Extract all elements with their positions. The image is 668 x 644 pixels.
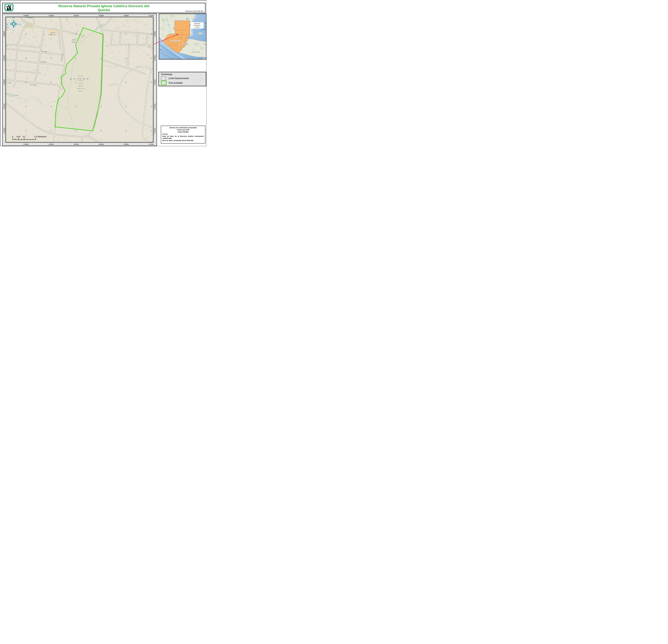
inset-depth-label: 721 bbox=[160, 49, 162, 51]
svg-text:470000: 470000 bbox=[24, 143, 29, 145]
inset-city-dot-sansalvador bbox=[189, 53, 190, 54]
inset-honduras-label: H o bbox=[203, 43, 206, 45]
inset-san-salvador-label: San Salvador bbox=[192, 51, 200, 53]
label-escuela-1: Escuela bbox=[50, 32, 56, 33]
inset-city-dot-guatemala bbox=[179, 45, 180, 46]
conap-logo: CONAP bbox=[4, 4, 14, 12]
svg-text:470200: 470200 bbox=[49, 143, 54, 145]
label-idad: idad bbox=[6, 26, 9, 28]
svg-text:470600: 470600 bbox=[98, 143, 104, 145]
legend-item-area-protegida: Área protegida bbox=[161, 81, 206, 85]
svg-text:470600: 470600 bbox=[98, 15, 104, 16]
svg-text:471000: 471000 bbox=[149, 15, 154, 16]
header: CONAP Reserva Natural Privada Iglesia Ca… bbox=[2, 3, 206, 13]
map-metadata-panel: Sistema de coordenadas proyectadas Proye… bbox=[161, 126, 206, 143]
svg-text:Quiché: Quiché bbox=[78, 90, 83, 92]
source-line-2: CONAP 2026 bbox=[163, 137, 204, 139]
crs-line: Sistema de coordenadas proyectadas bbox=[163, 127, 204, 129]
legend-item-label: Área protegida bbox=[169, 82, 183, 84]
inset-lake-izabal bbox=[187, 38, 189, 39]
inset-city-label: Guatemala bbox=[182, 43, 188, 45]
svg-text:1767600: 1767600 bbox=[154, 79, 156, 85]
map-content: Cantabal idad nde lle Escuela Urbana No.… bbox=[5, 17, 154, 142]
map-title: Reserva Natural Privada Iglesia Católica… bbox=[19, 3, 189, 13]
label-calle: Calle bbox=[7, 82, 12, 84]
svg-text:470800: 470800 bbox=[124, 143, 128, 145]
document-id: DAGeos-418-2026-BS bbox=[185, 10, 203, 12]
compass-s: S bbox=[13, 30, 14, 32]
source-heading: Fuente: bbox=[163, 133, 204, 135]
legend-panel: Simbología Límite Departamental Área pro… bbox=[158, 72, 206, 86]
svg-text:1767400: 1767400 bbox=[3, 104, 5, 110]
svg-text:0.2 Kilómetros: 0.2 Kilómetros bbox=[34, 136, 47, 138]
svg-text:470000: 470000 bbox=[24, 15, 29, 16]
source-line-3: Base de datos cartografía básica IGN 201… bbox=[163, 139, 204, 142]
svg-text:Privada: Privada bbox=[78, 80, 83, 82]
svg-text:0.05: 0.05 bbox=[17, 136, 20, 138]
departmental-boundary-swatch-icon bbox=[161, 76, 166, 80]
map-title-line2: Quiché bbox=[98, 8, 110, 12]
svg-text:Iglesia: Iglesia bbox=[78, 83, 83, 84]
svg-text:470200: 470200 bbox=[49, 15, 54, 16]
legend-item-limite-departamental: Límite Departamental bbox=[161, 77, 206, 80]
map-title-line1: Reserva Natural Privada Iglesia Católica… bbox=[58, 4, 149, 8]
svg-text:1767600: 1767600 bbox=[3, 79, 5, 85]
svg-text:Diferendo: Diferendo bbox=[194, 23, 200, 24]
svg-text:471000: 471000 bbox=[149, 143, 154, 145]
svg-text:1768000: 1768000 bbox=[3, 31, 5, 37]
compass-o: O bbox=[6, 23, 8, 26]
svg-text:territorial no: territorial no bbox=[194, 25, 201, 26]
map-sheet: { "header": { "logo_text": "CONAP", "tit… bbox=[0, 0, 207, 146]
svg-text:1767200: 1767200 bbox=[3, 128, 5, 134]
svg-text:0.1: 0.1 bbox=[23, 136, 26, 138]
inset-sea-label-hond: Hond bbox=[202, 29, 206, 30]
inset-sea-label-d: d bbox=[205, 26, 206, 28]
svg-text:470400: 470400 bbox=[74, 143, 79, 145]
location-dot bbox=[177, 34, 178, 35]
datum-line: Datum WGS84 bbox=[163, 131, 204, 133]
svg-text:1767800: 1767800 bbox=[3, 55, 5, 61]
svg-text:Reserva: Reserva bbox=[78, 75, 83, 77]
svg-text:Diocesis del: Diocesis del bbox=[77, 88, 85, 89]
label-iglesia-2: Católica bbox=[71, 41, 77, 43]
projection-line: Proyección GTM bbox=[163, 129, 204, 131]
svg-text:470400: 470400 bbox=[74, 15, 79, 16]
inset-country-label: G u a t e m a l a bbox=[170, 40, 182, 42]
compass-e: E bbox=[20, 23, 21, 26]
logo-text: CONAP bbox=[5, 10, 13, 12]
svg-text:Natural: Natural bbox=[78, 78, 83, 79]
inset-city-dot-tegucigalpa bbox=[205, 49, 206, 50]
svg-text:0: 0 bbox=[12, 136, 13, 138]
inset-lake-north bbox=[186, 18, 188, 19]
label-lle: lle bbox=[6, 45, 7, 47]
svg-text:1768000: 1768000 bbox=[154, 31, 156, 37]
svg-text:1767400: 1767400 bbox=[154, 104, 156, 110]
svg-text:resuelto: resuelto bbox=[195, 26, 200, 28]
svg-text:Católica: Católica bbox=[78, 85, 84, 87]
legend-title: Simbología bbox=[161, 73, 206, 76]
label-escuela-2: Urbana No. 2 bbox=[48, 34, 57, 36]
label-iglesia-1: Iglesia bbox=[72, 39, 77, 41]
svg-text:1767200: 1767200 bbox=[154, 128, 156, 134]
source-line-1: Base de datos de la Dirección Análisis G… bbox=[163, 135, 204, 137]
legend-item-label: Límite Departamental bbox=[168, 77, 189, 80]
conap-logo-icon: CONAP bbox=[4, 4, 14, 12]
protected-area-swatch-icon bbox=[161, 81, 166, 85]
svg-text:1767800: 1767800 bbox=[154, 55, 156, 61]
svg-text:470800: 470800 bbox=[124, 15, 128, 16]
